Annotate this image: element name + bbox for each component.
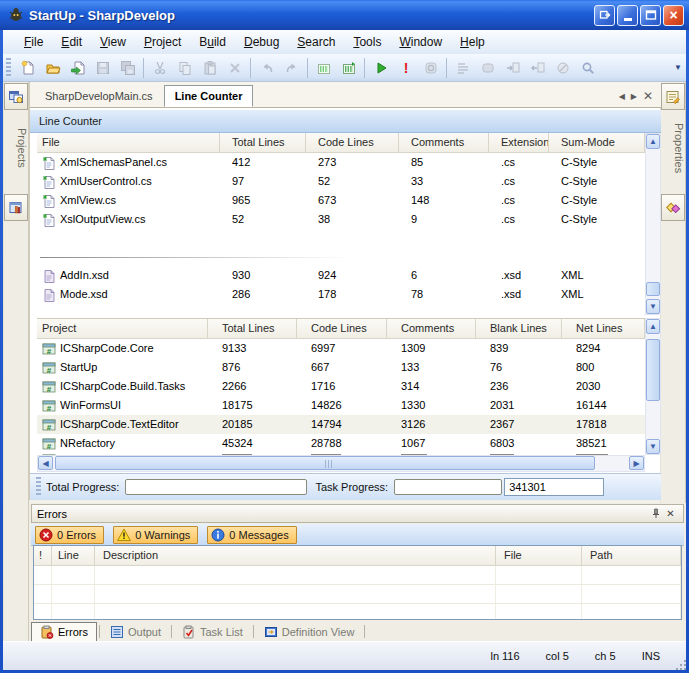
- float-window-button[interactable]: [594, 5, 615, 26]
- column-header-path[interactable]: Path: [582, 546, 681, 565]
- step-out-button[interactable]: [525, 56, 550, 80]
- paste-button[interactable]: [197, 56, 222, 80]
- column-header-project[interactable]: Project: [37, 319, 208, 338]
- sidebar-properties-label[interactable]: Properties: [661, 116, 685, 180]
- scroll-up-icon[interactable]: ▲: [646, 134, 660, 149]
- rebuild-button[interactable]: [336, 56, 361, 80]
- redo-button[interactable]: [279, 56, 304, 80]
- tab-sharpdevelopmain-cs[interactable]: SharpDevelopMain.cs: [34, 85, 164, 107]
- undo-button[interactable]: [254, 56, 279, 80]
- breakpoint-button[interactable]: [475, 56, 500, 80]
- stop-button[interactable]: [418, 56, 443, 80]
- bottom-tab-errors[interactable]: Errors: [31, 622, 97, 641]
- title-bar[interactable]: StartUp - SharpDevelop ×: [0, 0, 689, 30]
- toolbar-grip[interactable]: [36, 477, 41, 497]
- menu-help[interactable]: Help: [451, 32, 494, 52]
- menu-build[interactable]: Build: [190, 32, 235, 52]
- cut-button[interactable]: [147, 56, 172, 80]
- stop-process-button[interactable]: [550, 56, 575, 80]
- column-header-total-lines[interactable]: Total Lines: [220, 133, 306, 152]
- sidebar-tab-properties[interactable]: [661, 83, 685, 110]
- sidebar-tab-projects[interactable]: [4, 83, 28, 110]
- open-file-button[interactable]: [40, 56, 65, 80]
- column-header-severity[interactable]: !: [34, 546, 52, 565]
- toolbar-overflow-button[interactable]: ▼: [672, 57, 684, 79]
- bottom-tab-definition-view[interactable]: Definition View: [256, 622, 363, 641]
- maximize-button[interactable]: [640, 5, 661, 26]
- column-header-total-lines[interactable]: Total Lines: [208, 319, 297, 338]
- save-all-button[interactable]: [115, 56, 140, 80]
- column-header-blank-lines[interactable]: Blank Lines: [476, 319, 562, 338]
- filter-errors-button[interactable]: 0 Errors: [35, 526, 104, 544]
- bottom-tab-output[interactable]: Output: [102, 622, 169, 641]
- tab-close-icon[interactable]: ✕: [643, 91, 653, 101]
- column-header-line[interactable]: Line: [52, 546, 95, 565]
- find-button[interactable]: [575, 56, 600, 80]
- file-row[interactable]: Mode.xsd 286 178 78 .xsd XML: [37, 285, 645, 304]
- column-header-code-lines[interactable]: Code Lines: [297, 319, 387, 338]
- minimize-button[interactable]: [617, 5, 638, 26]
- close-button[interactable]: ×: [663, 5, 684, 26]
- column-header-comments[interactable]: Comments: [387, 319, 476, 338]
- file-row[interactable]: XslOutputView.cs 52 38 9 .cs C-Style: [37, 210, 645, 229]
- sidebar-tab-toolbox[interactable]: [661, 194, 685, 221]
- menu-view[interactable]: View: [91, 32, 135, 52]
- build-button[interactable]: [311, 56, 336, 80]
- delete-button[interactable]: [222, 56, 247, 80]
- horizontal-scrollbar[interactable]: ◀ ▶: [37, 455, 645, 472]
- scroll-left-icon[interactable]: ◀: [38, 456, 53, 470]
- scroll-thumb[interactable]: [55, 456, 595, 470]
- scroll-thumb[interactable]: [646, 282, 660, 296]
- menu-window[interactable]: Window: [390, 32, 451, 52]
- file-row[interactable]: XmlView.cs 965 673 148 .cs C-Style: [37, 191, 645, 210]
- column-header-code-lines[interactable]: Code Lines: [306, 133, 399, 152]
- menu-edit[interactable]: Edit: [52, 32, 91, 52]
- tab-scroll-left-icon[interactable]: ◀: [619, 92, 625, 101]
- filter-warnings-button[interactable]: 0 Warnings: [113, 526, 198, 544]
- resize-grip[interactable]: [680, 664, 682, 666]
- file-row[interactable]: XmlSchemasPanel.cs 412 273 85 .cs C-Styl…: [37, 153, 645, 172]
- tab-line-counter[interactable]: Line Counter: [164, 85, 254, 107]
- scroll-down-icon[interactable]: ▼: [646, 299, 660, 314]
- menu-tools[interactable]: Tools: [344, 32, 390, 52]
- file-row[interactable]: AddIn.xsd 930 924 6 .xsd XML: [37, 266, 645, 285]
- run-button[interactable]: [368, 56, 393, 80]
- copy-button[interactable]: [172, 56, 197, 80]
- menu-search[interactable]: Search: [288, 32, 344, 52]
- menu-file[interactable]: File: [15, 32, 52, 52]
- column-header-comments[interactable]: Comments: [399, 133, 489, 152]
- filter-messages-button[interactable]: 0 Messages: [207, 526, 296, 544]
- menu-debug[interactable]: Debug: [235, 32, 288, 52]
- toolbar-grip[interactable]: [6, 58, 11, 78]
- scroll-right-icon[interactable]: ▶: [629, 456, 644, 470]
- tab-scroll-right-icon[interactable]: ▶: [631, 92, 637, 101]
- open-with-button[interactable]: [65, 56, 90, 80]
- project-row[interactable]: #ICSharpCode.Core 9133 6997 1309 839 829…: [37, 339, 645, 358]
- column-header-file[interactable]: File: [496, 546, 582, 565]
- comment-button[interactable]: [450, 56, 475, 80]
- bottom-tab-task-list[interactable]: Task List: [174, 622, 251, 641]
- step-over-button[interactable]: [500, 56, 525, 80]
- project-row[interactable]: #NRefactory 45324 28788 1067 6803 38521: [37, 434, 645, 453]
- project-row[interactable]: #ICSharpCode.TextEditor 20185 14794 3126…: [37, 415, 645, 434]
- abort-button[interactable]: !: [393, 56, 418, 80]
- project-row[interactable]: #ICSharpCode.Build.Tasks 2266 1716 314 2…: [37, 377, 645, 396]
- file-table-vscrollbar[interactable]: ▲ ▼: [645, 133, 661, 315]
- save-button[interactable]: [90, 56, 115, 80]
- sidebar-projects-label[interactable]: Projects: [4, 116, 28, 180]
- scroll-thumb[interactable]: [646, 339, 660, 401]
- close-panel-button[interactable]: ✕: [663, 507, 678, 521]
- errors-panel-titlebar[interactable]: Errors ✕: [31, 504, 684, 523]
- new-file-button[interactable]: [15, 56, 40, 80]
- column-header-extension[interactable]: Extension: [489, 133, 549, 152]
- pin-button[interactable]: [648, 507, 663, 521]
- sidebar-tab-classes[interactable]: [4, 194, 28, 221]
- scroll-up-icon[interactable]: ▲: [646, 319, 660, 334]
- scroll-down-icon[interactable]: ▼: [646, 439, 660, 454]
- file-row[interactable]: XmlUserControl.cs 97 52 33 .cs C-Style: [37, 172, 645, 191]
- column-header-sum-mode[interactable]: Sum-Mode: [549, 133, 645, 152]
- menu-project[interactable]: Project: [135, 32, 190, 52]
- column-header-net-lines[interactable]: Net Lines: [562, 319, 645, 338]
- column-header-file[interactable]: File: [37, 133, 220, 152]
- column-header-description[interactable]: Description: [95, 546, 496, 565]
